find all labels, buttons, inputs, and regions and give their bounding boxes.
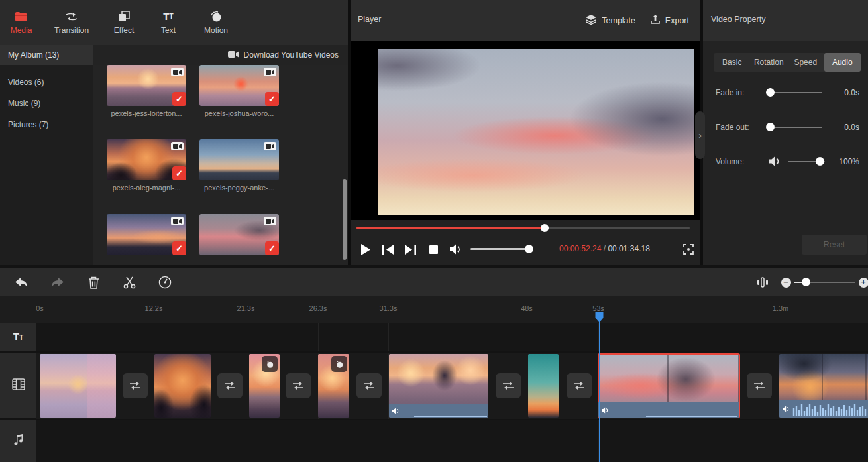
timeline-zoom-thumb[interactable]	[802, 278, 810, 286]
media-item[interactable]: ✓	[107, 214, 186, 255]
timeline-clip[interactable]	[40, 354, 116, 418]
sidebar-item-videos[interactable]: Videos (6)	[0, 72, 93, 93]
tab-speed[interactable]: Speed	[787, 53, 824, 72]
media-item[interactable]: ✓ pexels-oleg-magni-...	[107, 139, 186, 192]
seek-progress	[356, 227, 545, 229]
timeline-clip[interactable]	[318, 354, 349, 418]
previous-frame-button[interactable]	[378, 241, 397, 258]
volume-row: Volume: 100%	[703, 155, 868, 168]
download-youtube-label: Download YouTube Videos	[244, 50, 339, 60]
play-button[interactable]	[356, 241, 374, 258]
next-frame-button[interactable]	[401, 241, 419, 258]
volume-slider[interactable]	[470, 248, 530, 250]
music-track-header[interactable]	[0, 420, 36, 462]
volume-slider-thumb[interactable]	[525, 245, 533, 253]
stop-icon	[429, 245, 438, 254]
timeline-ruler[interactable]: 0s 12.2s 21.3s 26.3s 31.3s 48s 53s 1.3m	[0, 296, 868, 323]
media-item-label: pexels-oleg-magni-...	[107, 184, 186, 192]
playhead-line[interactable]	[599, 317, 600, 462]
seek-thumb[interactable]	[541, 224, 549, 232]
fade-in-slider[interactable]	[766, 86, 822, 99]
adjust-track-height-button[interactable]	[751, 268, 775, 296]
video-track-icon	[12, 378, 25, 393]
tab-media-label: Media	[11, 26, 32, 35]
transition-slot-button[interactable]	[496, 373, 521, 398]
timeline-clip[interactable]	[249, 354, 280, 418]
tab-media[interactable]: Media	[0, 0, 42, 45]
sidebar-item-pictures[interactable]: Pictures (7)	[0, 114, 93, 135]
playhead-marker[interactable]	[595, 312, 604, 325]
plus-icon: +	[859, 278, 868, 288]
tab-transition[interactable]: Transition	[42, 0, 101, 45]
volume-property-slider-thumb[interactable]	[816, 157, 824, 166]
media-item[interactable]: ✓	[199, 214, 279, 255]
fade-in-slider-thumb[interactable]	[766, 88, 775, 97]
ruler-tick: 26.3s	[309, 304, 327, 312]
transition-slot-button[interactable]	[356, 373, 382, 398]
reset-button[interactable]: Reset	[802, 235, 867, 255]
download-youtube-button[interactable]: Download YouTube Videos	[228, 45, 339, 65]
video-track-header[interactable]	[0, 353, 36, 418]
stop-button[interactable]	[425, 241, 442, 258]
volume-property-slider[interactable]	[788, 155, 825, 168]
undo-button[interactable]	[9, 268, 33, 296]
tab-audio[interactable]: Audio	[824, 53, 861, 72]
timeline-clip[interactable]	[779, 354, 868, 418]
media-thumbnail: ✓	[199, 65, 279, 106]
video-preview-frame	[378, 49, 694, 215]
template-button[interactable]: Template	[586, 12, 635, 29]
timeline-toolbar: − +	[0, 268, 868, 296]
seek-bar[interactable]	[356, 227, 690, 229]
mute-button[interactable]	[447, 241, 465, 258]
timeline-clip[interactable]	[154, 354, 211, 418]
video-track[interactable]	[36, 353, 868, 419]
export-button[interactable]: Export	[651, 12, 689, 29]
motion-effect-badge	[262, 356, 278, 372]
transition-slot-button[interactable]	[217, 373, 243, 398]
transition-icon	[64, 11, 79, 23]
media-scrollbar[interactable]	[343, 179, 347, 260]
delete-button[interactable]	[81, 268, 105, 296]
my-album-tab[interactable]: My Album (13)	[0, 45, 93, 65]
player-header: Player Template Export	[351, 0, 700, 41]
fade-out-slider-thumb[interactable]	[766, 123, 775, 131]
collapse-panel-handle[interactable]: ›	[695, 111, 705, 159]
timeline-clip[interactable]	[389, 354, 488, 418]
waveform	[779, 400, 868, 418]
transition-slot-button[interactable]	[567, 373, 592, 398]
chevron-right-icon: ›	[698, 130, 702, 141]
timeline-clip-selected[interactable]	[598, 354, 739, 418]
sidebar-item-music[interactable]: Music (9)	[0, 93, 93, 114]
fade-out-slider[interactable]	[766, 121, 822, 134]
media-item[interactable]: ✓ pexels-jess-loiterton...	[107, 65, 186, 117]
player-title: Player	[358, 15, 381, 24]
media-item[interactable]: pexels-peggy-anke-...	[199, 139, 279, 192]
ruler-tick: 31.3s	[380, 304, 398, 312]
media-thumbnail	[199, 139, 279, 180]
export-icon	[651, 15, 660, 27]
media-library-panel: Media Transition Effect TT Text	[0, 0, 348, 265]
video-property-panel: Video Property Basic Rotation Speed Audi…	[703, 0, 868, 265]
transition-slot-button[interactable]	[747, 373, 772, 398]
fullscreen-button[interactable]	[680, 241, 697, 258]
ruler-tick: 0s	[36, 304, 44, 312]
redo-button[interactable]	[46, 268, 70, 296]
text-track[interactable]	[36, 323, 868, 351]
tab-rotation[interactable]: Rotation	[751, 53, 788, 72]
speed-button[interactable]	[153, 268, 177, 296]
zoom-in-button[interactable]: +	[851, 268, 868, 296]
timeline-clip[interactable]	[528, 354, 559, 418]
transition-slot-button[interactable]	[286, 373, 311, 398]
tab-text[interactable]: TT Text	[147, 0, 190, 45]
tab-effect[interactable]: Effect	[101, 0, 147, 45]
volume-label: Volume:	[716, 157, 744, 166]
transition-slot-button[interactable]	[123, 373, 148, 398]
split-button[interactable]	[117, 268, 141, 296]
music-track[interactable]	[36, 420, 868, 462]
tab-basic[interactable]: Basic	[714, 53, 751, 72]
text-track-header[interactable]: TT	[0, 323, 36, 351]
property-header: Video Property	[703, 0, 868, 41]
video-camera-icon	[228, 50, 239, 60]
tab-motion[interactable]: Motion	[190, 0, 243, 45]
media-item[interactable]: ✓ pexels-joshua-woro...	[199, 65, 279, 117]
